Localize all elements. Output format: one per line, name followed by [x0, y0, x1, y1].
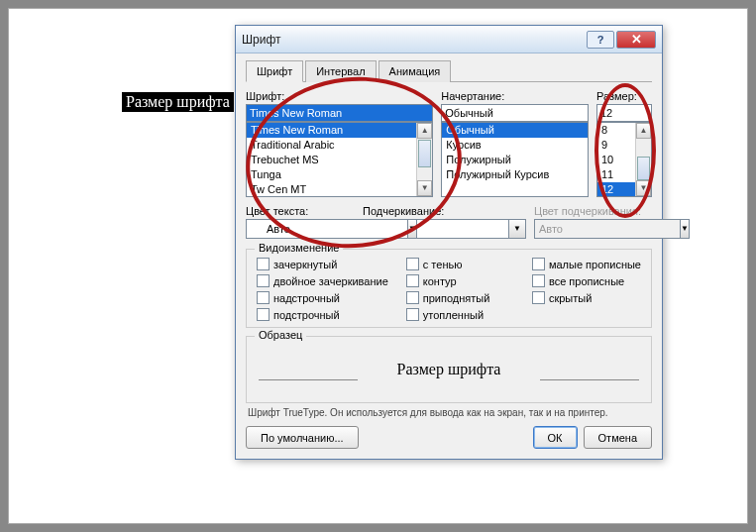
list-item[interactable]: Tunga [247, 167, 432, 182]
effects-legend: Видоизменение [255, 242, 343, 254]
list-item[interactable]: Курсив [442, 138, 588, 153]
style-listbox[interactable]: Обычный Курсив Полужирный Полужирный Кур… [441, 122, 589, 197]
preview-legend: Образец [255, 329, 306, 341]
list-item[interactable]: Tw Cen MT [247, 182, 432, 197]
preview-line [540, 379, 639, 380]
list-item[interactable]: Trebuchet MS [247, 153, 432, 167]
close-button[interactable]: ✕ [616, 31, 656, 49]
titlebar[interactable]: Шрифт ? ✕ [236, 26, 662, 53]
tab-strip: Шрифт Интервал Анимация [246, 59, 652, 82]
check-outline[interactable]: контур [406, 274, 514, 287]
default-button[interactable]: По умолчанию... [246, 426, 359, 449]
check-shadow[interactable]: с тенью [406, 258, 514, 270]
tab-animation[interactable]: Анимация [378, 60, 452, 82]
size-input[interactable] [596, 104, 652, 122]
selected-text: Размер шрифта [122, 92, 234, 112]
preview-text: Размер шрифта [397, 361, 501, 378]
scroll-up-icon[interactable]: ▲ [417, 123, 432, 139]
scrollbar[interactable]: ▲ ▼ [635, 123, 651, 196]
check-double-strike[interactable]: двойное зачеркивание [257, 274, 388, 287]
font-color-label: Цвет текста: [246, 205, 355, 217]
check-superscript[interactable]: надстрочный [257, 291, 388, 304]
chevron-down-icon[interactable]: ▼ [508, 219, 526, 239]
check-engrave[interactable]: утопленный [406, 308, 514, 321]
font-listbox[interactable]: Times New Roman Traditional Arabic Trebu… [246, 122, 433, 197]
scroll-thumb[interactable] [418, 140, 431, 167]
help-button[interactable]: ? [587, 31, 614, 49]
chevron-down-icon: ▼ [680, 219, 690, 239]
check-strike[interactable]: зачеркнутый [257, 258, 388, 270]
list-item[interactable]: Обычный [442, 123, 588, 138]
font-color-dropdown[interactable]: ▼ [246, 219, 355, 239]
size-label: Размер: [596, 90, 652, 102]
ok-button[interactable]: ОК [533, 426, 578, 449]
underline-color-label: Цвет подчеркивания: [534, 205, 653, 217]
chevron-down-icon[interactable]: ▼ [407, 219, 417, 239]
list-item[interactable]: Полужирный [442, 153, 588, 167]
cancel-button[interactable]: Отмена [584, 426, 652, 449]
check-hidden[interactable]: скрытый [532, 291, 641, 304]
style-label: Начертание: [441, 90, 589, 102]
preview-line [259, 379, 358, 380]
list-item[interactable]: Полужирный Курсив [442, 167, 588, 182]
underline-color-value [534, 219, 680, 239]
scroll-down-icon[interactable]: ▼ [417, 180, 432, 196]
underline-color-dropdown: ▼ [534, 219, 653, 239]
scrollbar[interactable]: ▲ ▼ [416, 123, 432, 196]
tab-font[interactable]: Шрифт [246, 60, 303, 82]
check-allcaps[interactable]: все прописные [532, 274, 641, 287]
dialog-title: Шрифт [242, 33, 585, 47]
check-emboss[interactable]: приподнятый [406, 291, 514, 304]
effects-group: Видоизменение зачеркнутый двойное зачерк… [246, 249, 652, 328]
preview-box: Образец Размер шрифта [246, 336, 652, 403]
scroll-thumb[interactable] [637, 157, 650, 180]
tab-spacing[interactable]: Интервал [305, 60, 376, 82]
truetype-hint: Шрифт TrueType. Он используется для выво… [248, 407, 650, 418]
check-subscript[interactable]: подстрочный [257, 308, 388, 321]
font-dialog: Шрифт ? ✕ Шрифт Интервал Анимация Шрифт:… [235, 25, 663, 460]
scroll-up-icon[interactable]: ▲ [636, 123, 651, 139]
font-color-value[interactable] [246, 219, 407, 239]
size-listbox[interactable]: 8 9 10 11 12 ▲ ▼ [596, 122, 652, 197]
underline-label: Подчеркивание: [363, 205, 526, 217]
scroll-down-icon[interactable]: ▼ [636, 180, 651, 196]
check-smallcaps[interactable]: малые прописные [532, 258, 641, 270]
list-item[interactable]: Times New Roman [247, 123, 432, 138]
font-input[interactable] [246, 104, 433, 122]
list-item[interactable]: Traditional Arabic [247, 138, 432, 153]
font-label: Шрифт: [246, 90, 433, 102]
style-input[interactable] [441, 104, 589, 122]
